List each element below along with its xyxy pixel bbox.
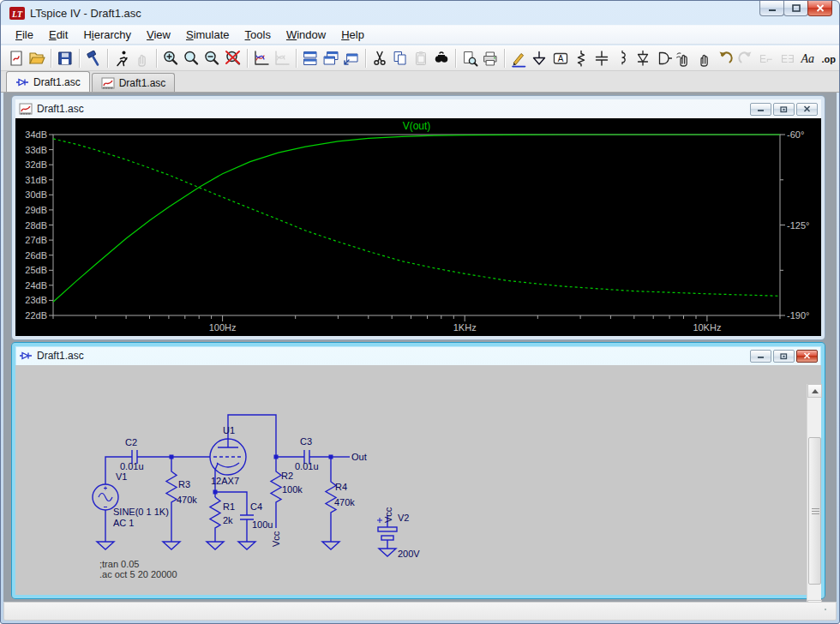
place-ground-button[interactable] bbox=[529, 47, 549, 69]
place-text-button[interactable]: Aa bbox=[798, 47, 819, 69]
schematic-drawing[interactable]: C2 0.01u V1 SINE(0 1 1K) AC 1 R3 470k U1… bbox=[15, 365, 807, 595]
tab-schematic[interactable]: Draft1.asc bbox=[6, 71, 90, 92]
scroll-thumb[interactable] bbox=[808, 437, 821, 585]
menu-window[interactable]: Window bbox=[279, 27, 333, 43]
print-preview-button[interactable] bbox=[459, 47, 480, 69]
undo-button[interactable] bbox=[715, 47, 735, 69]
place-label-button[interactable]: A bbox=[549, 47, 570, 69]
wave-minimize-button[interactable] bbox=[750, 103, 771, 116]
menu-tools[interactable]: Tools bbox=[237, 27, 279, 43]
print-button[interactable] bbox=[480, 47, 501, 69]
place-capacitor-button[interactable] bbox=[591, 47, 612, 69]
c3-value[interactable]: 0.01u bbox=[295, 461, 319, 471]
vcc-net-label[interactable]: Vcc bbox=[383, 507, 393, 523]
autorange-plot-button[interactable] bbox=[251, 47, 272, 69]
r3-name[interactable]: R3 bbox=[178, 479, 190, 489]
schem-close-button[interactable] bbox=[796, 350, 818, 363]
v1-value[interactable]: SINE(0 1 1K) bbox=[113, 507, 169, 517]
menu-view[interactable]: View bbox=[139, 27, 178, 43]
ground-symbol[interactable] bbox=[163, 542, 180, 549]
ac-directive[interactable]: .ac oct 5 20 20000 bbox=[99, 569, 177, 579]
r2-value[interactable]: 100k bbox=[282, 484, 303, 495]
menu-simulate[interactable]: Simulate bbox=[178, 27, 237, 43]
schematic-window-titlebar[interactable]: Draft1.asc bbox=[15, 346, 821, 365]
undo-zoom-button[interactable] bbox=[223, 47, 243, 69]
ground-symbol[interactable] bbox=[238, 542, 255, 549]
zoom-full-extents-button[interactable] bbox=[181, 47, 201, 69]
run-simulation-button[interactable] bbox=[111, 47, 132, 69]
trace-label[interactable]: V(out) bbox=[403, 120, 431, 132]
c2-value[interactable]: 0.01u bbox=[120, 461, 144, 471]
v2-name[interactable]: V2 bbox=[398, 513, 409, 523]
ground-symbol[interactable] bbox=[207, 542, 224, 549]
waveform-window[interactable]: Draft1.asc 34dB33dB32dB31dB30dB29dB28dB2… bbox=[12, 96, 825, 339]
menu-file[interactable]: File bbox=[8, 27, 41, 43]
schem-minimize-button[interactable] bbox=[750, 350, 771, 363]
tile-vertical-button[interactable] bbox=[321, 47, 341, 69]
u1-value[interactable]: 12AX7 bbox=[211, 476, 239, 486]
resize-grip[interactable] bbox=[823, 607, 834, 618]
wire[interactable] bbox=[228, 415, 276, 455]
tile-horizontal-button[interactable] bbox=[300, 47, 321, 69]
v2-battery-plate-short[interactable] bbox=[381, 536, 393, 540]
minimize-button[interactable] bbox=[759, 1, 784, 16]
v2-battery-plate-long[interactable] bbox=[378, 527, 397, 531]
zoom-in-button[interactable] bbox=[160, 47, 181, 69]
c4-name[interactable]: C4 bbox=[250, 501, 262, 512]
schem-restore-button[interactable] bbox=[773, 350, 795, 363]
v1-name[interactable]: V1 bbox=[116, 471, 127, 482]
scroll-up-button[interactable] bbox=[807, 384, 822, 398]
r2-resistor[interactable] bbox=[271, 457, 281, 528]
v2-value[interactable]: 200V bbox=[398, 549, 420, 559]
place-inductor-button[interactable] bbox=[612, 47, 633, 69]
tab-waveform[interactable]: Draft1.asc bbox=[92, 73, 176, 92]
wave-restore-button[interactable] bbox=[773, 103, 795, 116]
ground-symbol[interactable] bbox=[379, 549, 396, 556]
r4-name[interactable]: R4 bbox=[335, 482, 347, 492]
zoom-out-button[interactable] bbox=[201, 47, 222, 69]
r3-value[interactable]: 470k bbox=[177, 495, 197, 505]
ground-symbol[interactable] bbox=[97, 542, 114, 549]
drag-button[interactable] bbox=[694, 47, 715, 69]
out-net-label[interactable]: Out bbox=[351, 452, 367, 462]
c2-name[interactable]: C2 bbox=[125, 437, 137, 447]
waveform-plot-area[interactable]: 34dB33dB32dB31dB30dB29dB28dB27dB26dB25dB… bbox=[15, 118, 821, 336]
vertical-scrollbar[interactable] bbox=[807, 384, 821, 602]
r3-resistor[interactable] bbox=[166, 457, 177, 542]
r4-value[interactable]: 470k bbox=[334, 497, 355, 507]
r1-name[interactable]: R1 bbox=[223, 501, 235, 512]
copy-button[interactable] bbox=[390, 47, 411, 69]
cut-button[interactable] bbox=[369, 47, 390, 69]
r1-value[interactable]: 2k bbox=[223, 515, 233, 525]
schematic-canvas[interactable]: C2 0.01u V1 SINE(0 1 1K) AC 1 R3 470k U1… bbox=[15, 365, 821, 595]
menu-edit[interactable]: Edit bbox=[41, 27, 75, 43]
waveform-window-titlebar[interactable]: Draft1.asc bbox=[15, 99, 821, 118]
spice-directive-button[interactable]: .op bbox=[819, 47, 839, 69]
cascade-windows-button[interactable] bbox=[341, 47, 362, 69]
find-button[interactable] bbox=[431, 47, 452, 69]
bode-plot[interactable]: 34dB33dB32dB31dB30dB29dB28dB27dB26dB25dB… bbox=[15, 118, 821, 336]
tran-directive[interactable]: ;tran 0.05 bbox=[99, 559, 139, 569]
open-file-button[interactable] bbox=[27, 47, 47, 69]
app-titlebar[interactable]: LT LTspice IV - Draft1.asc bbox=[1, 1, 839, 25]
close-button[interactable] bbox=[807, 1, 832, 16]
place-resistor-button[interactable] bbox=[571, 47, 591, 69]
ground-symbol[interactable] bbox=[322, 542, 339, 549]
wave-close-button[interactable] bbox=[796, 103, 818, 116]
u1-name[interactable]: U1 bbox=[223, 425, 235, 435]
r2-name[interactable]: R2 bbox=[281, 471, 293, 481]
r1-resistor[interactable] bbox=[210, 497, 220, 542]
new-schematic-button[interactable] bbox=[6, 47, 27, 69]
menu-hierarchy[interactable]: Hierarchy bbox=[75, 27, 139, 43]
control-panel-button[interactable] bbox=[83, 47, 104, 69]
maximize-button[interactable] bbox=[783, 1, 808, 16]
menu-help[interactable]: Help bbox=[333, 27, 372, 43]
c3-name[interactable]: C3 bbox=[300, 436, 312, 447]
place-diode-button[interactable] bbox=[633, 47, 653, 69]
schematic-window[interactable]: Draft1.asc bbox=[12, 343, 825, 598]
move-button[interactable] bbox=[674, 47, 694, 69]
draw-wire-button[interactable] bbox=[508, 47, 529, 69]
v1-value2[interactable]: AC 1 bbox=[113, 518, 134, 528]
vcc-net-label[interactable]: Vcc bbox=[271, 531, 281, 547]
c4-value[interactable]: 100u bbox=[252, 519, 273, 530]
